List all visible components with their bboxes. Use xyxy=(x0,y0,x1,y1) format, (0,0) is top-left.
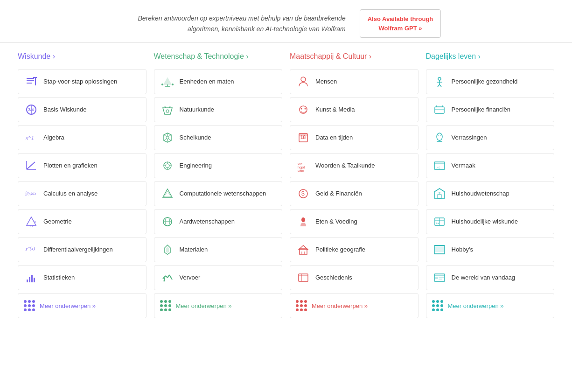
list-item[interactable]: y''(x)Differentiaalvergelijkingen xyxy=(18,237,146,262)
svg-rect-0 xyxy=(27,78,34,79)
list-item[interactable]: Vervoer xyxy=(154,265,283,290)
list-item[interactable]: Persoonlijke gezondheid xyxy=(426,69,555,94)
category-header-dagelijks[interactable]: Dagelijks leven › xyxy=(426,52,555,63)
list-item[interactable]: ∫f(x)dxCalculus en analyse xyxy=(18,181,146,206)
topic-label: Verrassingen xyxy=(452,134,487,142)
topic-label: Geld & Financiën xyxy=(315,190,362,198)
list-item[interactable]: Statistieken xyxy=(18,265,146,290)
topic-icon-maatschappij-1 xyxy=(296,102,311,117)
list-item[interactable]: Stap-voor-stap oplossingen xyxy=(18,69,146,94)
topic-label: Computationele wetenschappen xyxy=(180,190,266,198)
list-item[interactable]: WchgpdgamWoorden & Taalkunde xyxy=(290,153,419,178)
topic-icon-maatschappij-4: $ xyxy=(296,186,311,201)
topic-icon-wetenschap-6 xyxy=(160,242,175,257)
list-item[interactable]: Persoonlijke financiën xyxy=(426,97,555,122)
list-item[interactable]: Eten & Voeding xyxy=(290,209,419,234)
svg-rect-82 xyxy=(435,107,444,113)
topic-label: Stap-voor-stap oplossingen xyxy=(43,78,117,86)
svg-line-80 xyxy=(438,84,439,87)
svg-line-34 xyxy=(168,139,171,140)
top-banner: Bereken antwoorden op expertniveau met b… xyxy=(0,0,572,43)
list-item[interactable]: Natuurkunde xyxy=(154,97,283,122)
list-item[interactable]: Computationele wetenschappen xyxy=(154,181,283,206)
list-item[interactable]: Eenheden en maten xyxy=(154,69,283,94)
list-item[interactable]: 129Geometrie xyxy=(18,209,146,234)
more-topics-button-dagelijks[interactable]: Meer onderwerpen » xyxy=(426,293,555,318)
topic-icon-dagelijks-2 xyxy=(432,130,447,145)
list-item[interactable]: x²·1Algebra xyxy=(18,125,146,150)
list-item[interactable]: 3/4Basis Wiskunde xyxy=(18,97,146,122)
more-topics-button-wiskunde[interactable]: Meer onderwerpen » xyxy=(18,293,146,318)
list-item[interactable]: Verrassingen xyxy=(426,125,555,150)
topic-label: Mensen xyxy=(315,78,337,86)
category-header-wiskunde[interactable]: Wiskunde › xyxy=(18,52,146,63)
gpt-line1: Also Available through xyxy=(368,14,433,24)
topic-icon-wiskunde-0 xyxy=(24,74,39,89)
topic-label: Materialen xyxy=(180,246,208,254)
svg-rect-3 xyxy=(35,77,36,85)
list-item[interactable]: De wereld van vandaag xyxy=(426,265,555,290)
list-item[interactable]: Plotten en grafieken xyxy=(18,153,146,178)
more-topics-button-wetenschap[interactable]: Meer onderwerpen » xyxy=(154,293,283,318)
list-item[interactable]: 18Data en tijden xyxy=(290,125,419,150)
topic-icon-wetenschap-2 xyxy=(160,130,175,145)
list-item[interactable]: Kunst & Media xyxy=(290,97,419,122)
topic-label: Calculus en analyse xyxy=(43,190,98,198)
list-item[interactable]: Hobby's xyxy=(426,237,555,262)
more-topics-button-maatschappij[interactable]: Meer onderwerpen » xyxy=(290,293,419,318)
svg-rect-102 xyxy=(435,246,444,252)
wolfram-gpt-button[interactable]: Also Available through Wolfram GPT » xyxy=(360,9,441,38)
svg-text:♪♫: ♪♫ xyxy=(436,166,440,169)
list-item[interactable]: Aardwetenschappen xyxy=(154,209,283,234)
more-label: Meer onderwerpen » xyxy=(176,302,232,309)
list-item[interactable]: Scheikunde xyxy=(154,125,283,150)
svg-point-29 xyxy=(166,110,169,112)
topic-label: Hobby's xyxy=(452,246,474,254)
list-item[interactable]: ÷×Huishoudelijke wiskunde xyxy=(426,209,555,234)
topic-label: Natuurkunde xyxy=(180,106,214,114)
svg-point-69 xyxy=(301,217,305,222)
topic-icon-dagelijks-5: ÷× xyxy=(432,214,447,229)
topic-icon-maatschappij-5 xyxy=(296,214,311,229)
svg-point-59 xyxy=(301,108,302,110)
list-item[interactable]: Geschiedenis xyxy=(290,265,419,290)
topic-icon-wetenschap-0 xyxy=(160,74,175,89)
topic-icon-dagelijks-1 xyxy=(432,102,447,117)
svg-text:9: 9 xyxy=(34,220,36,224)
list-item[interactable]: Huishoudwetenschap xyxy=(426,181,555,206)
topic-label: Woorden & Taalkunde xyxy=(315,162,375,170)
svg-rect-20 xyxy=(34,278,35,282)
svg-text:Wc: Wc xyxy=(298,162,303,166)
list-item[interactable]: Politieke geografie xyxy=(290,237,419,262)
svg-marker-45 xyxy=(164,191,171,196)
topic-icon-dagelijks-4 xyxy=(432,186,447,201)
svg-text:12: 12 xyxy=(30,224,34,228)
svg-text:y''(x): y''(x) xyxy=(25,246,35,252)
dots-icon xyxy=(160,300,171,311)
dots-icon xyxy=(296,300,307,311)
svg-rect-19 xyxy=(31,275,33,282)
list-item[interactable]: Mensen xyxy=(290,69,419,94)
topic-icon-wiskunde-4: ∫f(x)dx xyxy=(24,186,39,201)
dots-icon xyxy=(432,300,443,311)
list-item[interactable]: Materialen xyxy=(154,237,283,262)
svg-point-89 xyxy=(438,135,439,136)
svg-point-31 xyxy=(166,136,169,139)
svg-rect-2 xyxy=(27,83,32,84)
topic-icon-dagelijks-6 xyxy=(432,242,447,257)
dots-icon xyxy=(24,300,35,311)
topic-label: Vermaak xyxy=(452,162,475,170)
list-item[interactable]: Engineering xyxy=(154,153,283,178)
list-item[interactable]: $Geld & Financiën xyxy=(290,181,419,206)
list-item[interactable]: ♪♫Vermaak xyxy=(426,153,555,178)
svg-rect-107 xyxy=(435,277,438,279)
svg-line-81 xyxy=(439,84,441,87)
svg-line-36 xyxy=(164,139,167,140)
svg-marker-26 xyxy=(163,108,172,114)
svg-rect-63 xyxy=(299,133,307,136)
category-header-maatschappij[interactable]: Maatschappij & Cultuur › xyxy=(290,52,419,63)
svg-rect-108 xyxy=(439,277,444,278)
svg-line-37 xyxy=(164,135,167,136)
category-header-wetenschap[interactable]: Wetenschap & Technologie › xyxy=(154,52,283,63)
topic-label: Basis Wiskunde xyxy=(43,106,86,114)
